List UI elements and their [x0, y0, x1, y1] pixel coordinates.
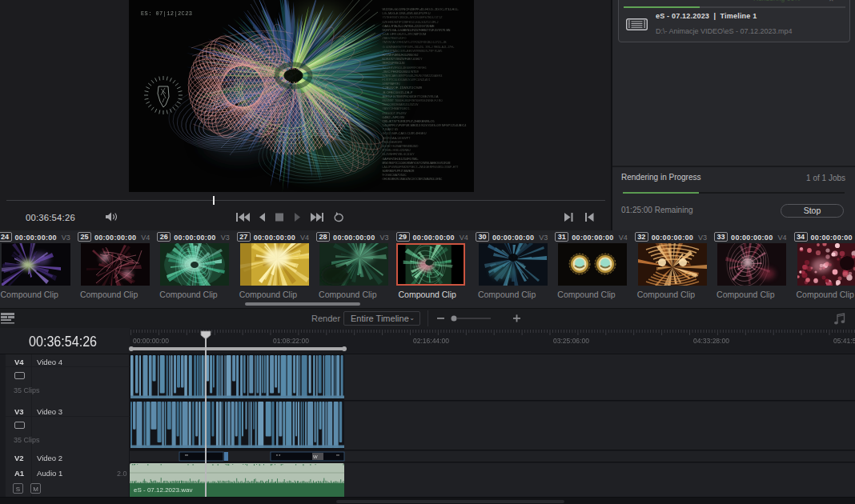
svg-text:W: W: [313, 454, 318, 459]
svg-text:* *: * *: [276, 454, 280, 458]
svg-text:**: **: [185, 454, 188, 458]
svg-text:eS - 07.12.2023.wav: eS - 07.12.2023.wav: [134, 486, 192, 494]
svg-text:**: **: [336, 454, 339, 458]
